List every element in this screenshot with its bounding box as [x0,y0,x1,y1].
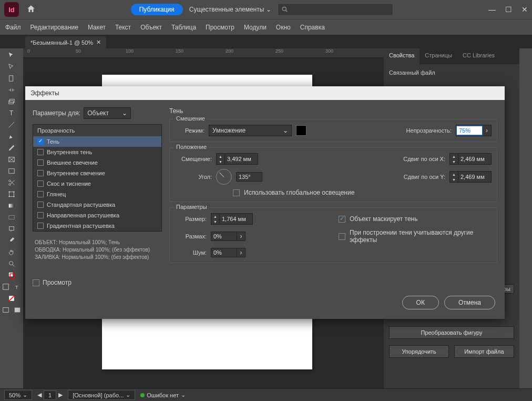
spinner-up[interactable]: ▲ [217,154,224,159]
spinner-up[interactable]: ▲ [211,214,219,219]
effect-satin[interactable]: Глянец [33,189,161,199]
formatting-text-button[interactable]: T [12,281,23,293]
shadow-color-swatch[interactable] [296,125,306,136]
effect-outer-glow[interactable]: Внешнее свечение [33,157,161,168]
angle-input[interactable] [237,173,262,181]
screen-mode-normal[interactable] [0,304,12,316]
close-button[interactable]: ✕ [521,5,528,14]
spread-spinner[interactable]: › [211,232,245,241]
spinner-down[interactable]: ▼ [450,177,458,182]
apply-none-button[interactable] [0,293,23,304]
effect-checkbox[interactable] [37,223,44,229]
effect-shadow[interactable]: Тень [33,136,161,147]
angle-dial[interactable] [216,169,232,185]
formatting-container-button[interactable] [0,281,12,293]
content-collector-tool[interactable] [0,96,23,107]
menu-help[interactable]: Справка [300,24,325,31]
line-tool[interactable] [0,119,23,131]
size-spinner[interactable]: ▲▼ [211,213,253,225]
yoffset-spinner[interactable]: ▲▼ [449,171,492,183]
fill-stroke-swatch[interactable] [0,269,23,281]
xoffset-spinner[interactable]: ▲▼ [449,153,492,165]
search-input[interactable] [278,3,393,16]
effect-checkbox[interactable] [37,149,44,155]
tab-cc-libraries[interactable]: CC Libraries [457,48,500,64]
effect-basic-feather[interactable]: Стандартная растушевка [33,199,161,210]
effect-checkbox[interactable] [37,159,44,166]
opacity-field[interactable]: › [456,125,492,136]
blend-mode-dropdown[interactable]: Умножение⌄ [209,125,292,136]
angle-spinner[interactable] [236,172,262,182]
gap-tool[interactable] [0,84,23,96]
pen-tool[interactable] [0,131,23,142]
spinner-down[interactable]: ▼ [211,219,219,224]
horizontal-ruler[interactable]: 0 50 100 150 200 250 300 [23,48,384,58]
minimize-button[interactable]: — [488,5,496,14]
hand-tool[interactable] [0,246,23,258]
global-light-checkbox[interactable] [233,189,240,196]
menu-plugins[interactable]: Окно [276,24,291,31]
spinner-up[interactable]: ▲ [450,154,458,159]
maximize-button[interactable]: ☐ [505,5,512,14]
scissors-tool[interactable] [0,177,23,188]
gradient-swatch-tool[interactable] [0,200,23,212]
effect-checkbox[interactable] [37,212,44,218]
effect-directional-feather[interactable]: Направленная растушевка [33,210,161,220]
home-icon[interactable] [26,4,36,15]
menu-window[interactable]: Модули [244,24,267,31]
chevron-right-icon[interactable]: › [237,249,245,256]
size-input[interactable] [220,215,252,223]
chevron-right-icon[interactable]: › [237,233,245,240]
errors-status[interactable]: Ошибок нет ⌄ [140,392,186,398]
spinner-down[interactable]: ▼ [450,159,458,164]
ok-button[interactable]: ОК [402,296,439,309]
effect-checkbox[interactable] [37,170,44,176]
noise-spinner[interactable]: › [211,248,245,257]
effect-checkbox[interactable] [37,202,44,208]
document-tab[interactable]: *Безымянный-1 @ 50% ✕ [25,36,106,48]
arrange-button[interactable]: Упорядочить [389,345,449,358]
noise-input[interactable] [211,248,237,257]
spinner-down[interactable]: ▼ [217,159,224,164]
menu-table[interactable]: Таблица [171,24,196,31]
cancel-button[interactable]: Отмена [444,296,495,309]
page-nav[interactable]: ◀ 1 ▶ [37,390,63,400]
selection-tool[interactable] [0,49,23,61]
menu-edit[interactable]: Редактирование [30,24,78,31]
menu-view[interactable]: Просмотр [206,24,234,31]
honors-fx-checkbox[interactable] [339,233,345,240]
distance-spinner[interactable]: ▲▼ [216,153,258,165]
screen-mode-preview[interactable] [12,304,23,316]
rectangle-tool[interactable] [0,165,23,177]
type-tool[interactable]: T [0,107,23,119]
yoffset-input[interactable] [458,173,491,181]
menu-type[interactable]: Текст [115,24,131,31]
publish-button[interactable]: Публикация [131,4,183,15]
direct-selection-tool[interactable] [0,61,23,73]
rectangle-frame-tool[interactable] [0,154,23,165]
xoffset-input[interactable] [458,155,491,163]
menu-file[interactable]: Файл [5,24,21,31]
free-transform-tool[interactable] [0,188,23,200]
eyedropper-tool[interactable] [0,235,23,246]
page-tool[interactable] [0,73,23,84]
effects-list-header[interactable]: Прозрачность [33,125,161,136]
chevron-right-icon[interactable]: › [483,125,491,136]
zoom-dropdown[interactable]: 50% ⌄ [4,390,32,400]
effect-inner-shadow[interactable]: Внутренняя тень [33,147,161,157]
layout-dropdown[interactable]: [Основной] (рабо... ⌄ [68,390,135,400]
gradient-feather-tool[interactable] [0,212,23,223]
effect-checkbox[interactable] [37,181,44,187]
effect-checkbox[interactable] [37,138,44,145]
menu-layout[interactable]: Макет [88,24,106,31]
effect-gradient-feather[interactable]: Градиентная растушевка [33,220,161,231]
spread-input[interactable] [211,232,237,240]
params-for-dropdown[interactable]: Объект⌄ [84,107,131,119]
workspace-dropdown[interactable]: Существенные элементы ⌄ [189,6,272,13]
right-collapse-strip[interactable] [519,48,532,388]
zoom-tool[interactable] [0,258,23,269]
tab-pages[interactable]: Страницы [420,48,457,64]
effect-checkbox[interactable] [37,191,44,197]
knockout-checkbox[interactable] [339,216,345,223]
import-file-button[interactable]: Импорт файла [454,345,514,358]
